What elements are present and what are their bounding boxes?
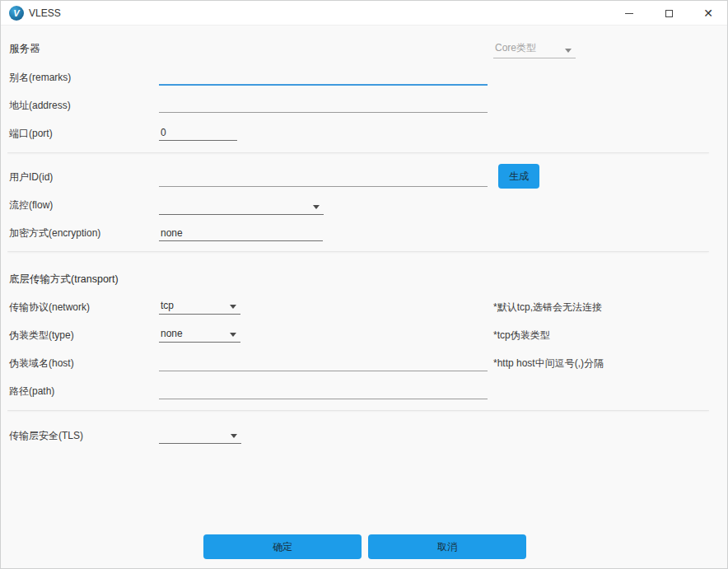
chevron-down-icon: [230, 305, 236, 309]
user-id-label: 用户ID(id): [9, 170, 53, 184]
chevron-down-icon: [565, 49, 572, 53]
core-type-value: Core类型: [495, 41, 536, 55]
address-label: 地址(address): [9, 99, 71, 113]
section-divider: [7, 410, 709, 411]
tls-dropdown[interactable]: [159, 427, 241, 444]
cancel-button[interactable]: 取消: [368, 534, 526, 559]
maximize-button[interactable]: [650, 1, 688, 26]
host-hint: *http host中间逗号(,)分隔: [493, 357, 604, 371]
port-input[interactable]: [159, 124, 237, 141]
remarks-input[interactable]: [159, 69, 488, 86]
address-input[interactable]: [159, 96, 488, 113]
minimize-button[interactable]: [610, 1, 648, 26]
generate-id-button[interactable]: 生成: [498, 164, 539, 189]
host-label: 伪装域名(host): [9, 357, 74, 371]
chevron-down-icon: [230, 333, 236, 337]
type-hint: *tcp伪装类型: [493, 329, 550, 343]
network-hint: *默认tcp,选错会无法连接: [493, 301, 602, 315]
type-dropdown[interactable]: none: [159, 326, 240, 343]
network-value: tcp: [161, 300, 174, 311]
flow-dropdown[interactable]: [159, 198, 324, 215]
ok-button[interactable]: 确定: [203, 534, 362, 559]
remarks-label: 别名(remarks): [9, 71, 71, 85]
section-divider: [7, 251, 709, 252]
section-divider: [7, 152, 709, 153]
encryption-input[interactable]: [159, 225, 323, 241]
window-title: VLESS: [29, 7, 61, 19]
network-label: 传输协议(network): [9, 301, 90, 315]
path-label: 路径(path): [9, 385, 54, 399]
core-type-dropdown[interactable]: Core类型: [493, 42, 576, 58]
user-id-input[interactable]: [159, 170, 488, 187]
vless-config-dialog: V VLESS ✕ 服务器 Core类型 别名(remarks) 地址(addr…: [0, 0, 728, 569]
chevron-down-icon: [231, 434, 237, 438]
type-label: 伪装类型(type): [9, 329, 74, 343]
title-bar: V VLESS ✕: [1, 1, 727, 26]
close-button[interactable]: ✕: [689, 1, 727, 26]
flow-label: 流控(flow): [9, 198, 53, 212]
path-input[interactable]: [159, 383, 488, 399]
app-logo-icon: V: [9, 6, 24, 21]
type-value: none: [161, 328, 183, 339]
minimize-icon: [625, 13, 633, 14]
host-input[interactable]: [159, 355, 488, 371]
close-icon: ✕: [703, 7, 713, 20]
network-dropdown[interactable]: tcp: [159, 298, 240, 315]
transport-section-header: 底层传输方式(transport): [9, 273, 119, 287]
chevron-down-icon: [313, 205, 320, 209]
tls-label: 传输层安全(TLS): [9, 429, 83, 443]
port-label: 端口(port): [9, 127, 53, 141]
server-section-header: 服务器: [9, 42, 40, 56]
maximize-icon: [665, 10, 673, 17]
encryption-label: 加密方式(encryption): [9, 226, 100, 240]
